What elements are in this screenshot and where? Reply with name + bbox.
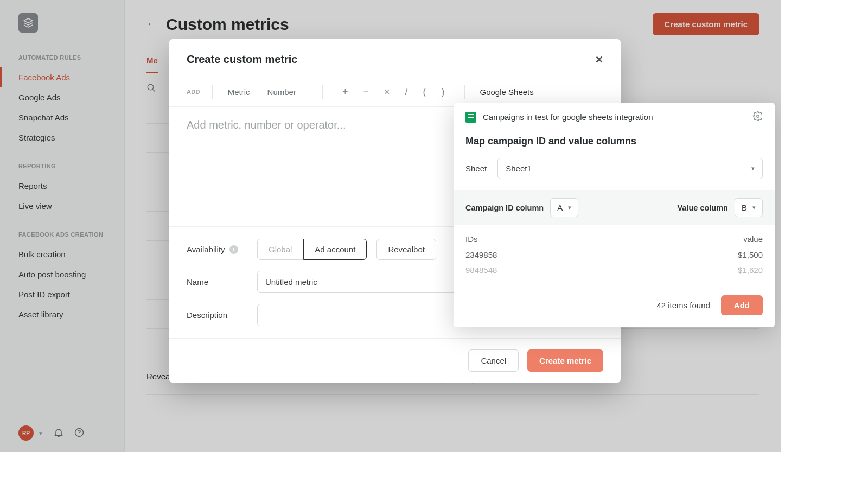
chevron-down-icon: ▾ [751, 165, 755, 172]
cancel-button[interactable]: Cancel [468, 349, 519, 372]
availability-segmented: Global Ad account Revealbot [257, 239, 436, 260]
sheets-preview: IDs 2349858 9848548 value $1,500 $1,620 [465, 225, 763, 283]
close-icon[interactable]: ✕ [595, 54, 603, 66]
campaign-id-col-select[interactable]: A ▾ [550, 198, 578, 217]
create-metric-button[interactable]: Create metric [527, 349, 603, 372]
availability-label: Availability [187, 245, 225, 254]
preview-id-header: IDs [465, 232, 497, 247]
operator-paren-close[interactable]: ) [434, 86, 452, 98]
value-col-label: Value column [678, 204, 728, 212]
operator-paren-open[interactable]: ( [416, 86, 434, 98]
preview-value: $1,620 [738, 263, 763, 278]
sheets-add-button[interactable]: Add [721, 295, 763, 315]
preview-value: $1,500 [738, 247, 763, 263]
toolbar-add-label: ADD [187, 88, 200, 95]
value-col-select[interactable]: B ▾ [735, 198, 763, 217]
operator-plus[interactable]: + [335, 86, 356, 98]
preview-value-header: value [738, 232, 763, 247]
sheet-select[interactable]: Sheet1 ▾ [497, 158, 763, 179]
sheets-heading: Map campaign ID and value columns [465, 136, 763, 147]
availability-ad-account[interactable]: Ad account [303, 239, 367, 260]
operator-minus[interactable]: − [355, 86, 376, 98]
info-icon[interactable]: i [229, 245, 238, 254]
preview-id: 2349858 [465, 247, 497, 263]
preview-id: 9848548 [465, 263, 497, 278]
availability-global[interactable]: Global [257, 239, 303, 260]
description-label: Description [187, 310, 257, 320]
operator-divide[interactable]: / [397, 86, 415, 98]
sheet-label: Sheet [465, 164, 487, 173]
modal-title: Create custom metric [187, 53, 298, 66]
availability-revealbot[interactable]: Revealbot [376, 239, 436, 260]
items-found: 42 items found [656, 301, 710, 310]
name-label: Name [187, 277, 257, 287]
campaign-id-col-label: Campaign ID column [465, 204, 544, 212]
google-sheets-icon [465, 112, 476, 123]
chevron-down-icon: ▾ [752, 204, 756, 211]
gear-icon[interactable] [753, 111, 763, 123]
add-metric-button[interactable]: Metric [225, 85, 253, 99]
google-sheets-popover: Campaigns in test for google sheets inte… [454, 103, 775, 327]
operator-multiply[interactable]: × [376, 86, 398, 98]
sheets-source-name: Campaigns in test for google sheets inte… [483, 112, 746, 122]
chevron-down-icon: ▾ [568, 204, 571, 211]
google-sheets-button[interactable]: Google Sheets [477, 85, 537, 99]
add-number-button[interactable]: Number [264, 85, 299, 99]
svg-point-2 [757, 115, 760, 118]
